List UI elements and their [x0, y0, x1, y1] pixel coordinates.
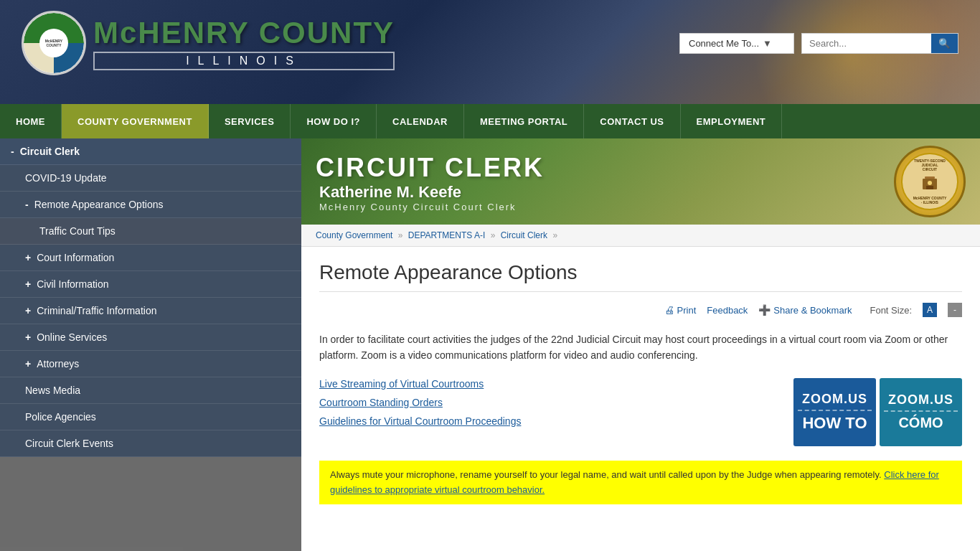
header-right: Connect Me To... ▼ 🔍	[679, 33, 958, 54]
sidebar-label-online-services: Online Services	[37, 331, 107, 343]
font-increase-button[interactable]: A	[923, 303, 937, 317]
page-banner: CIRCUIT CLERK Katherine M. Keefe McHenry…	[301, 138, 980, 225]
highlight-text: Always mute your microphone, rename your…	[330, 469, 882, 480]
link-guidelines[interactable]: Guidelines for Virtual Courtroom Proceed…	[319, 415, 779, 427]
sidebar-prefix-online: +	[25, 331, 31, 343]
share-button[interactable]: ➕ Share & Bookmark	[758, 304, 852, 316]
sidebar-item-traffic-court[interactable]: Traffic Court Tips	[0, 218, 301, 245]
banner-seal: TWENTY-SECONDJUDICIALCIRCUIT McHENRY COU…	[894, 146, 966, 217]
breadcrumb-departments[interactable]: DEPARTMENTS A-I	[408, 230, 486, 240]
breadcrumb-sep-2: »	[491, 230, 498, 240]
zoom-como-label: CÓMO	[898, 415, 943, 431]
highlight-box: Always mute your microphone, rename your…	[319, 461, 962, 505]
sidebar-label-traffic-court: Traffic Court Tips	[39, 225, 116, 237]
sidebar-item-criminal-traffic[interactable]: + Criminal/Traffic Information	[0, 298, 301, 324]
svg-rect-1	[925, 176, 935, 179]
nav-contact-us[interactable]: CONTACT US	[584, 104, 680, 138]
print-label: Print	[677, 305, 697, 316]
sidebar-label-circuit-clerk-events: Circuit Clerk Events	[25, 438, 113, 449]
sidebar-item-news-media[interactable]: News Media	[0, 377, 301, 404]
breadcrumb-circuit-clerk[interactable]: Circuit Clerk	[501, 230, 547, 240]
sidebar-prefix-criminal: +	[25, 305, 31, 316]
nav-services[interactable]: SERVICES	[209, 104, 291, 138]
sidebar-prefix-remote: -	[25, 199, 29, 210]
page-heading: Remote Appearance Options	[319, 261, 962, 292]
sidebar-label-criminal-traffic: Criminal/Traffic Information	[37, 305, 156, 316]
search-button[interactable]: 🔍	[931, 34, 958, 53]
breadcrumb-sep-3: »	[552, 230, 557, 240]
sidebar-label-circuit-clerk: Circuit Clerk	[20, 146, 80, 157]
breadcrumb-county-govt[interactable]: County Government	[316, 230, 392, 240]
zoom-howto-box[interactable]: ZOOM.US HOW TO	[793, 378, 876, 446]
sidebar-item-covid-update[interactable]: COVID-19 Update	[0, 165, 301, 192]
logo-area: McHENRYCOUNTY McHENRY COUNTY ILLINOIS	[22, 11, 395, 75]
sidebar-prefix-court: +	[25, 252, 31, 263]
body-text: In order to facilitate court activities …	[319, 331, 962, 364]
link-courtroom-orders[interactable]: Courtroom Standing Orders	[319, 397, 779, 408]
nav-how-do-i[interactable]: HOW DO I?	[291, 104, 377, 138]
feedback-button[interactable]: Feedback	[707, 305, 748, 316]
sidebar-label-police-agencies: Police Agencies	[25, 411, 96, 423]
zoom-como-box[interactable]: ZOOM.US CÓMO	[880, 378, 962, 446]
svg-point-3	[928, 181, 932, 185]
nav-meeting-portal[interactable]: MEETING PORTAL	[464, 104, 584, 138]
search-box: 🔍	[801, 33, 958, 54]
sidebar-item-civil-information[interactable]: + Civil Information	[0, 271, 301, 298]
sidebar-prefix-attorneys: +	[25, 358, 31, 369]
banner-name: Katherine M. Keefe	[319, 183, 517, 202]
sidebar-item-attorneys[interactable]: + Attorneys	[0, 351, 301, 377]
sidebar-prefix-civil: +	[25, 278, 31, 290]
feedback-label: Feedback	[707, 305, 748, 316]
sidebar-item-court-information[interactable]: + Court Information	[0, 245, 301, 271]
main-nav: HOME COUNTY GOVERNMENT SERVICES HOW DO I…	[0, 104, 980, 138]
page-body: Remote Appearance Options 🖨 Print Feedba…	[301, 247, 980, 519]
sidebar-label-attorneys: Attorneys	[37, 358, 79, 369]
sidebar-item-remote-appearance[interactable]: - Remote Appearance Options	[0, 192, 301, 218]
breadcrumb-sep-1: »	[398, 230, 405, 240]
nav-county-government[interactable]: COUNTY GOVERNMENT	[62, 104, 209, 138]
banner-subtitle: Katherine M. Keefe McHenry County Circui…	[319, 183, 517, 212]
nav-employment[interactable]: EMPLOYMENT	[681, 104, 783, 138]
sidebar-item-police-agencies[interactable]: Police Agencies	[0, 404, 301, 430]
zoom-howto-label: HOW TO	[802, 414, 867, 433]
font-decrease-button[interactable]: -	[948, 303, 962, 317]
link-live-streaming[interactable]: Live Streaming of Virtual Courtrooms	[319, 378, 779, 390]
sidebar-label-news-media: News Media	[25, 385, 80, 396]
content-wrapper: - Circuit Clerk COVID-19 Update - Remote…	[0, 138, 980, 551]
share-icon: ➕	[758, 304, 771, 316]
search-icon: 🔍	[938, 38, 951, 49]
county-name-mc: Mc	[93, 16, 138, 50]
links-zoom-area: Live Streaming of Virtual Courtrooms Cou…	[319, 378, 962, 446]
zoom-url-2: ZOOM.US	[884, 392, 958, 412]
header: McHENRYCOUNTY McHENRY COUNTY ILLINOIS Co…	[0, 0, 980, 104]
content-links: Live Streaming of Virtual Courtrooms Cou…	[319, 378, 779, 434]
sidebar-item-circuit-clerk[interactable]: - Circuit Clerk	[0, 138, 301, 165]
seal-text: TWENTY-SECONDJUDICIALCIRCUIT McHENRY COU…	[901, 153, 958, 210]
nav-calendar[interactable]: CALENDAR	[377, 104, 464, 138]
toolbar: 🖨 Print Feedback ➕ Share & Bookmark Font…	[319, 303, 962, 317]
print-button[interactable]: 🖨 Print	[664, 304, 697, 316]
county-title: McHENRY COUNTY ILLINOIS	[93, 16, 395, 70]
zoom-logos: ZOOM.US HOW TO ZOOM.US CÓMO	[793, 378, 962, 446]
search-input[interactable]	[802, 34, 931, 53]
sidebar-label-covid: COVID-19 Update	[25, 172, 107, 184]
connect-dropdown[interactable]: Connect Me To... ▼	[679, 33, 794, 54]
nav-home[interactable]: HOME	[0, 104, 62, 138]
sidebar-label-court-information: Court Information	[37, 252, 114, 263]
logo-center-text: McHENRYCOUNTY	[39, 29, 68, 57]
sidebar: - Circuit Clerk COVID-19 Update - Remote…	[0, 138, 301, 551]
banner-title: CIRCUIT CLERK	[316, 153, 545, 183]
sidebar-label-remote-appearance: Remote Appearance Options	[34, 199, 164, 210]
chevron-down-icon: ▼	[763, 38, 772, 49]
print-icon: 🖨	[664, 304, 674, 316]
sidebar-item-circuit-clerk-events[interactable]: Circuit Clerk Events	[0, 430, 301, 457]
main-content: CIRCUIT CLERK Katherine M. Keefe McHenry…	[301, 138, 980, 551]
sidebar-label-civil-information: Civil Information	[37, 278, 108, 290]
county-name-rest: HENRY COUNTY	[138, 16, 395, 50]
connect-label: Connect Me To...	[689, 38, 759, 49]
font-size-label: Font Size:	[870, 305, 912, 316]
sidebar-prefix: -	[11, 146, 14, 157]
breadcrumb: County Government » DEPARTMENTS A-I » Ci…	[301, 225, 980, 247]
sidebar-item-online-services[interactable]: + Online Services	[0, 324, 301, 351]
zoom-url-1: ZOOM.US	[798, 392, 872, 411]
